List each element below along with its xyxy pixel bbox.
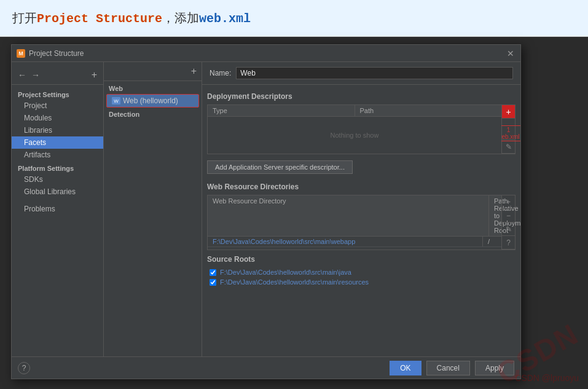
web-resource-path: F:\Dev\Java\Codes\helloworld\src\main\we… bbox=[208, 237, 483, 246]
banner-prefix: 打开 bbox=[12, 11, 37, 25]
nothing-to-show: Nothing to show bbox=[331, 132, 379, 139]
deployment-table-body: Nothing to show bbox=[208, 117, 501, 154]
web-resource-table-main: Web Resource Directory Path Relative to … bbox=[208, 195, 501, 250]
dialog-title: Project Structure bbox=[29, 49, 84, 58]
dialog-icon: M bbox=[17, 49, 25, 58]
deployment-descriptors-title: Deployment Descriptors bbox=[207, 92, 515, 101]
deployment-table-side-btns: + 1 web.xml ✎ bbox=[501, 105, 515, 154]
add-app-server-btn[interactable]: Add Application Server specific descript… bbox=[207, 160, 353, 174]
web-resource-table: Web Resource Directory Path Relative to … bbox=[207, 195, 515, 250]
web-resource-relative: / bbox=[483, 237, 501, 246]
middle-add-button[interactable]: + bbox=[190, 65, 198, 78]
source-roots-title: Source Roots bbox=[207, 255, 515, 264]
project-structure-dialog: M Project Structure ✕ ← → + Project Sett… bbox=[11, 44, 521, 379]
web-resource-side-btns: + − ✎ ? bbox=[501, 195, 515, 250]
deployment-table-main: Type Path Nothing to show bbox=[208, 105, 501, 154]
sidebar-item-sdks[interactable]: SDKs bbox=[12, 173, 103, 186]
sidebar-item-global-libraries[interactable]: Global Libraries bbox=[12, 186, 103, 198]
web-resource-title: Web Resource Directories bbox=[207, 183, 515, 191]
web-resource-add-btn[interactable]: + bbox=[502, 195, 515, 209]
path-relative-col: Path Relative to Deployment Root bbox=[489, 195, 501, 236]
nav-back-button[interactable]: ← bbox=[17, 69, 28, 81]
sidebar-item-facets[interactable]: Facets bbox=[12, 136, 103, 149]
deployment-edit-btn[interactable]: ✎ bbox=[502, 140, 515, 154]
sidebar: ← → + Project Settings Project Modules L… bbox=[12, 62, 104, 356]
middle-panel: + Web W Web (helloworld) Detection bbox=[104, 62, 202, 356]
apply-button[interactable]: Apply bbox=[475, 361, 514, 375]
right-panel: Name: Deployment Descriptors Type Path bbox=[202, 62, 520, 356]
help-button[interactable]: ? bbox=[18, 362, 30, 374]
source-root-2-row: F:\Dev\Java\Codes\helloworld\src\main\re… bbox=[207, 277, 515, 287]
middle-section-web: Web bbox=[104, 81, 202, 93]
type-col-header: Type bbox=[208, 105, 355, 116]
dialog-footer: ? OK Cancel Apply bbox=[12, 356, 520, 379]
dialog-title-left: M Project Structure bbox=[17, 49, 84, 58]
banner-comma: ，添加 bbox=[162, 11, 199, 25]
sidebar-item-problems[interactable]: Problems bbox=[12, 203, 103, 215]
web-resource-help-btn[interactable]: ? bbox=[502, 236, 515, 250]
dialog-titlebar: M Project Structure ✕ bbox=[12, 45, 520, 62]
cancel-button[interactable]: Cancel bbox=[426, 361, 470, 375]
source-root-1-row: F:\Dev\Java\Codes\helloworld\src\main\ja… bbox=[207, 267, 515, 277]
web-resource-row: F:\Dev\Java\Codes\helloworld\src\main\we… bbox=[208, 237, 501, 247]
banner-bold1: Project Structure bbox=[37, 12, 162, 26]
sidebar-item-artifacts[interactable]: Artifacts bbox=[12, 149, 103, 161]
web-resource-header: Web Resource Directory Path Relative to … bbox=[208, 195, 501, 237]
source-roots-section: Source Roots F:\Dev\Java\Codes\helloworl… bbox=[207, 255, 515, 287]
web-resource-dir-col: Web Resource Directory bbox=[208, 195, 489, 236]
right-panel-content: Deployment Descriptors Type Path Nothing… bbox=[202, 85, 520, 356]
web-resource-remove-btn[interactable]: − bbox=[502, 209, 515, 222]
middle-sub-section-detection: Detection bbox=[104, 108, 202, 119]
sidebar-toolbar: ← → + bbox=[12, 66, 103, 85]
deployment-descriptors-table: Type Path Nothing to show + 1 we bbox=[207, 104, 515, 154]
middle-item-label: Web (helloworld) bbox=[123, 96, 178, 105]
middle-panel-toolbar: + bbox=[104, 62, 202, 81]
nav-forward-button[interactable]: → bbox=[30, 69, 41, 81]
top-banner: 打开Project Structure，添加web.xml bbox=[0, 0, 588, 37]
content-area: M Project Structure ✕ ← → + Project Sett… bbox=[0, 37, 588, 389]
middle-item-web-helloworld[interactable]: W Web (helloworld) bbox=[106, 94, 199, 108]
sidebar-add-button[interactable]: + bbox=[90, 68, 98, 82]
web-resource-edit-btn[interactable]: ✎ bbox=[502, 222, 515, 236]
right-panel-header: Name: bbox=[202, 62, 520, 85]
project-settings-label: Project Settings bbox=[12, 87, 103, 100]
app-server-section: Add Application Server specific descript… bbox=[207, 157, 515, 178]
sidebar-item-libraries[interactable]: Libraries bbox=[12, 124, 103, 136]
banner-bold2: web.xml bbox=[199, 12, 251, 26]
path-col-header: Path bbox=[355, 105, 502, 116]
ok-button[interactable]: OK bbox=[390, 361, 421, 375]
source-root-1-checkbox[interactable] bbox=[210, 269, 216, 276]
sidebar-item-project[interactable]: Project bbox=[12, 100, 103, 112]
name-label: Name: bbox=[210, 69, 231, 77]
source-root-1-label: F:\Dev\Java\Codes\helloworld\src\main\ja… bbox=[220, 269, 351, 276]
dialog-body: ← → + Project Settings Project Modules L… bbox=[12, 62, 520, 356]
name-input[interactable] bbox=[236, 67, 513, 79]
deployment-row-path-btn[interactable]: 1 web.xml bbox=[502, 127, 515, 140]
web-facet-icon: W bbox=[112, 97, 120, 104]
deployment-table-header: Type Path bbox=[208, 105, 501, 117]
deployment-add-btn[interactable]: + bbox=[502, 105, 515, 119]
platform-settings-label: Platform Settings bbox=[12, 161, 103, 173]
sidebar-item-modules[interactable]: Modules bbox=[12, 112, 103, 124]
banner-text: 打开Project Structure，添加web.xml bbox=[12, 10, 251, 26]
csdn-author: CSDN @lpruoyu bbox=[515, 373, 579, 383]
source-root-2-label: F:\Dev\Java\Codes\helloworld\src\main\re… bbox=[220, 278, 369, 286]
dialog-close-button[interactable]: ✕ bbox=[506, 49, 515, 58]
source-root-2-checkbox[interactable] bbox=[210, 279, 216, 286]
